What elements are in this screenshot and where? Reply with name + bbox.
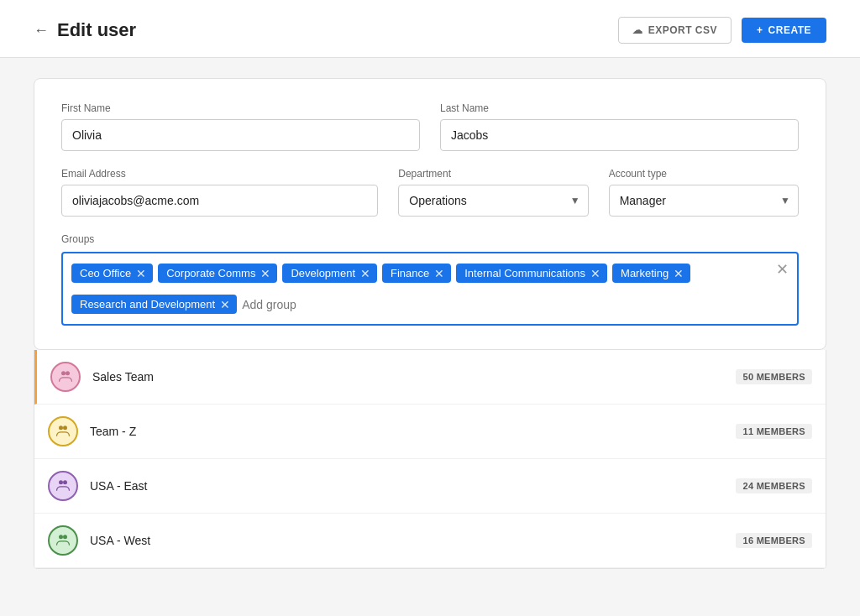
dropdown-item-usa-west[interactable]: USA - West 16 MEMBERS [34,514,826,568]
first-name-input[interactable] [61,119,420,151]
usa-west-member-count: 16 MEMBERS [736,533,812,548]
dropdown-list: Sales Team 50 MEMBERS Team - Z 11 MEMBER… [34,350,826,569]
group-tag-marketing[interactable]: Marketing ✕ [612,264,690,283]
dropdown-item-team-z[interactable]: Team - Z 11 MEMBERS [34,405,826,459]
account-type-select-wrapper: Manager Admin User Viewer ▼ [609,185,799,217]
usa-east-name: USA - East [90,479,736,493]
add-group-input[interactable] [242,298,389,311]
group-tag-corporate-comms-label: Corporate Comms [166,267,255,279]
department-select[interactable]: Operations Engineering Marketing Sales F… [398,185,588,217]
svg-point-7 [63,535,67,539]
dropdown-item-sales-team[interactable]: Sales Team 50 MEMBERS [34,350,826,405]
group-tag-finance-remove[interactable]: ✕ [434,268,444,279]
group-tag-internal-comms-label: Internal Communications [464,267,585,279]
groups-clear-button[interactable]: ✕ [776,262,789,277]
department-select-wrapper: Operations Engineering Marketing Sales F… [398,185,588,217]
svg-point-1 [66,371,70,375]
groups-input-box[interactable]: Ceo Office ✕ Corporate Comms ✕ Developme… [61,252,799,326]
last-name-input[interactable] [440,119,799,151]
account-type-select[interactable]: Manager Admin User Viewer [609,185,799,217]
group-tag-development-label: Development [291,267,355,279]
groups-section: Groups Ceo Office ✕ Corporate Comms ✕ De… [61,233,799,326]
email-group: Email Address [61,168,378,217]
sales-team-avatar [50,362,81,392]
group-tag-finance[interactable]: Finance ✕ [382,264,451,283]
sales-team-member-count: 50 MEMBERS [736,369,812,384]
header: ← Edit user ☁ EXPORT CSV + CREATE [0,0,860,58]
usa-west-avatar [48,525,78,556]
last-name-label: Last Name [440,102,799,114]
group-tag-ceo-office-label: Ceo Office [80,267,131,279]
form-card: First Name Last Name Email Address Depar… [34,78,826,350]
group-tag-ceo-office[interactable]: Ceo Office ✕ [71,264,153,283]
svg-point-6 [59,535,63,539]
page: ← Edit user ☁ EXPORT CSV + CREATE First … [0,0,860,616]
account-type-group: Account type Manager Admin User Viewer ▼ [609,168,799,217]
email-input[interactable] [61,185,378,217]
usa-east-member-count: 24 MEMBERS [736,478,812,493]
group-tag-corporate-comms[interactable]: Corporate Comms ✕ [158,264,277,283]
group-tag-finance-label: Finance [391,267,429,279]
group-tag-corporate-comms-remove[interactable]: ✕ [260,268,270,279]
svg-point-5 [63,480,67,484]
team-z-avatar [48,416,78,446]
usa-east-avatar [48,471,78,501]
group-tag-ceo-office-remove[interactable]: ✕ [136,268,146,279]
department-label: Department [398,168,588,180]
create-button[interactable]: + CREATE [742,18,826,43]
dropdown-item-usa-east[interactable]: USA - East 24 MEMBERS [34,459,826,514]
group-tag-internal-comms-remove[interactable]: ✕ [590,268,600,279]
export-label: EXPORT CSV [648,24,717,36]
email-dept-row: Email Address Department Operations Engi… [61,168,799,217]
team-z-name: Team - Z [90,425,736,438]
svg-point-0 [61,371,66,375]
group-tag-development-remove[interactable]: ✕ [360,268,370,279]
department-group: Department Operations Engineering Market… [398,168,588,217]
group-tag-internal-comms[interactable]: Internal Communications ✕ [456,264,607,283]
name-row: First Name Last Name [61,102,799,151]
sales-team-name: Sales Team [92,370,736,384]
svg-point-2 [59,425,63,430]
first-name-group: First Name [61,102,420,151]
group-tag-research-dev[interactable]: Research and Development ✕ [71,295,237,314]
header-actions: ☁ EXPORT CSV + CREATE [618,17,826,44]
export-csv-button[interactable]: ☁ EXPORT CSV [618,17,732,44]
groups-label: Groups [61,233,799,245]
first-name-label: First Name [61,102,420,114]
last-name-group: Last Name [440,102,799,151]
email-label: Email Address [61,168,378,180]
group-tag-development[interactable]: Development ✕ [282,264,377,283]
plus-icon: + [757,24,763,36]
team-z-member-count: 11 MEMBERS [736,424,812,439]
cloud-icon: ☁ [632,24,643,36]
group-tag-research-dev-label: Research and Development [80,298,215,311]
svg-point-4 [59,480,63,484]
main-content: First Name Last Name Email Address Depar… [0,58,860,589]
group-tag-marketing-remove[interactable]: ✕ [674,268,684,279]
group-tag-marketing-label: Marketing [621,267,669,279]
account-type-label: Account type [609,168,799,180]
create-label: CREATE [768,24,811,36]
svg-point-3 [63,425,67,430]
back-button[interactable]: ← [34,22,49,39]
group-tag-research-dev-remove[interactable]: ✕ [220,299,230,311]
usa-west-name: USA - West [90,534,736,547]
header-left: ← Edit user [34,19,136,41]
page-title: Edit user [57,19,136,41]
groups-dropdown: Sales Team 50 MEMBERS Team - Z 11 MEMBER… [34,350,826,569]
